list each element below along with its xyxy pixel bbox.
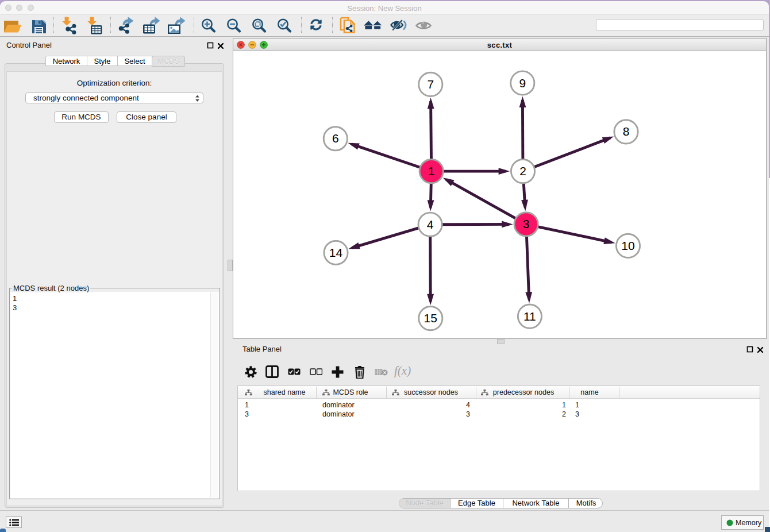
svg-text:2: 2 xyxy=(519,164,526,178)
svg-text:1: 1 xyxy=(428,164,435,178)
svg-text:7: 7 xyxy=(427,78,434,91)
svg-text:9: 9 xyxy=(519,76,526,90)
svg-text:15: 15 xyxy=(424,311,437,325)
svg-text:6: 6 xyxy=(332,132,339,145)
svg-text:14: 14 xyxy=(329,246,343,259)
svg-text:3: 3 xyxy=(523,217,530,230)
svg-text:8: 8 xyxy=(623,125,630,138)
svg-text:11: 11 xyxy=(523,310,536,323)
svg-text:4: 4 xyxy=(427,218,434,231)
svg-text:10: 10 xyxy=(621,239,634,252)
